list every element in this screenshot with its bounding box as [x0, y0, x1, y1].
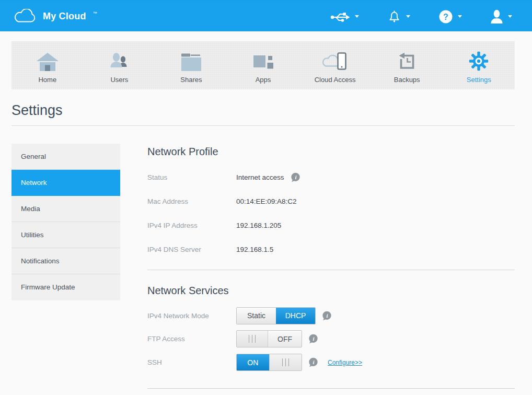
nav-label: Cloud Access [315, 76, 356, 84]
nav-item-shares[interactable]: Shares [155, 41, 227, 89]
nav-label: Apps [256, 76, 271, 84]
svg-text:i: i [327, 312, 328, 318]
info-icon[interactable]: i [291, 172, 300, 182]
network-settings-panel: Network Profile Status Internet access i… [147, 144, 515, 389]
home-icon [36, 49, 60, 71]
trademark-symbol: ™ [93, 11, 97, 16]
app-title: My Cloud [43, 11, 86, 22]
ftp-access-label: FTP Access [147, 335, 236, 343]
sidebar-item-firmware-update[interactable]: Firmware Update [11, 274, 120, 300]
ipv4-dns-label: IPv4 DNS Server [147, 246, 236, 253]
ipv4-address-label: IPv4 IP Address [147, 222, 236, 229]
mac-address-row: Mac Address 00:14:EE:09:A8:C2 [147, 189, 515, 213]
ftp-switch-state: OFF [268, 331, 302, 347]
ssh-label: SSH [147, 358, 236, 366]
cloud-access-icon [320, 49, 350, 71]
divider [147, 388, 515, 389]
divider [11, 125, 515, 126]
nav-item-backups[interactable]: Backups [371, 41, 443, 89]
ssh-switch[interactable]: ON [236, 354, 302, 371]
chevron-down-icon [406, 15, 410, 18]
sidebar-item-utilities[interactable]: Utilities [11, 222, 120, 248]
ssh-row: SSH ON i Configure>> [147, 351, 515, 374]
svg-text:i: i [295, 173, 296, 180]
svg-text:i: i [313, 359, 315, 365]
apps-icon [253, 49, 274, 71]
ipv4-network-mode-row: IPv4 Network Mode Static DHCP i [147, 304, 515, 327]
user-icon [490, 9, 503, 24]
info-icon[interactable]: i [322, 311, 332, 321]
ipv4-address-value: 192.168.1.205 [236, 222, 281, 229]
nav-label: Shares [180, 76, 202, 84]
shares-folder-icon [180, 49, 202, 71]
switch-grip-handle [237, 331, 268, 347]
svg-text:?: ? [443, 12, 448, 21]
user-menu-button[interactable] [490, 9, 512, 24]
status-row: Status Internet access i [147, 165, 515, 189]
help-menu-button[interactable]: ? [438, 9, 462, 24]
nav-label: Settings [467, 76, 491, 84]
chevron-down-icon [508, 15, 512, 18]
sidebar-item-media[interactable]: Media [11, 196, 120, 222]
mac-address-value: 00:14:EE:09:A8:C2 [236, 197, 297, 205]
chevron-down-icon [355, 15, 359, 18]
page-title: Settings [11, 102, 532, 119]
ipv4-dns-row: IPv4 DNS Server 192.168.1.5 [147, 237, 515, 261]
usb-icon [330, 10, 350, 24]
nav-item-home[interactable]: Home [11, 41, 84, 89]
nav-item-apps[interactable]: Apps [227, 41, 299, 89]
ipv4-network-mode-toggle: Static DHCP [236, 307, 316, 324]
ftp-access-switch[interactable]: OFF [236, 330, 302, 347]
info-icon[interactable]: i [308, 357, 318, 367]
settings-content: General Network Media Utilities Notifica… [11, 144, 515, 389]
header-actions: ? [330, 9, 512, 24]
sidebar-item-notifications[interactable]: Notifications [11, 248, 120, 274]
svg-text:i: i [313, 335, 315, 342]
info-icon[interactable]: i [308, 334, 318, 344]
nav-item-cloud-access[interactable]: Cloud Access [299, 41, 371, 89]
top-header-bar: My Cloud ™ [0, 0, 532, 31]
network-services-section: Network Services IPv4 Network Mode Stati… [147, 285, 515, 374]
users-icon [108, 49, 131, 71]
ssh-configure-link[interactable]: Configure>> [328, 359, 362, 366]
ftp-access-row: FTP Access OFF i [147, 327, 515, 351]
nav-item-settings[interactable]: Settings [443, 41, 515, 89]
nav-label: Home [38, 76, 56, 84]
status-value: Internet access [236, 173, 284, 181]
help-icon: ? [438, 9, 453, 24]
bell-icon [387, 9, 401, 24]
static-option-button[interactable]: Static [237, 308, 276, 324]
settings-sidebar: General Network Media Utilities Notifica… [11, 144, 120, 300]
network-services-heading: Network Services [147, 285, 515, 297]
usb-menu-button[interactable] [330, 10, 359, 24]
mac-address-label: Mac Address [147, 197, 236, 205]
chevron-down-icon [458, 15, 462, 18]
ipv4-dns-value: 192.168.1.5 [236, 246, 273, 253]
divider [147, 270, 515, 270]
status-label: Status [147, 173, 236, 181]
nav-label: Backups [394, 76, 420, 84]
ipv4-network-mode-label: IPv4 Network Mode [147, 312, 236, 320]
nav-label: Users [110, 76, 128, 84]
ssh-switch-state: ON [237, 354, 269, 370]
sidebar-item-general[interactable]: General [11, 144, 120, 170]
dhcp-option-button[interactable]: DHCP [276, 308, 315, 324]
ipv4-address-row: IPv4 IP Address 192.168.1.205 [147, 213, 515, 237]
switch-grip-handle [269, 354, 302, 370]
network-profile-heading: Network Profile [147, 146, 515, 158]
nav-item-users[interactable]: Users [84, 41, 156, 89]
main-navigation: Home Users Shares [11, 41, 515, 89]
sidebar-item-network[interactable]: Network [11, 170, 120, 196]
alerts-menu-button[interactable] [387, 9, 410, 24]
cloud-logo-icon [13, 9, 37, 25]
settings-gear-icon [469, 49, 489, 71]
app-logo[interactable]: My Cloud ™ [13, 9, 97, 25]
backups-icon [397, 49, 418, 71]
